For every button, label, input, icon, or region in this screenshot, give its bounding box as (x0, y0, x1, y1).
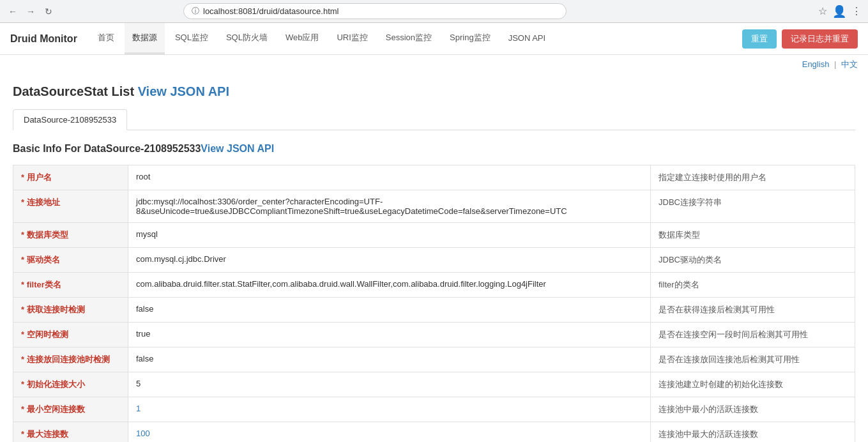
bookmark-icon[interactable]: ☆ (818, 5, 827, 17)
page-title-api-link[interactable]: View JSON API (138, 84, 229, 98)
menu-icon[interactable]: ⋮ (851, 5, 862, 17)
reset-button[interactable]: 重置 (742, 29, 777, 49)
row-value: root (128, 165, 651, 190)
reload-button[interactable]: ↻ (42, 5, 55, 18)
log-reset-button[interactable]: 记录日志并重置 (782, 29, 858, 49)
tab-datasource[interactable]: DataSource-2108952533 (13, 109, 127, 130)
row-desc: JDBC驱动的类名 (651, 248, 855, 273)
row-desc: filter的类名 (651, 273, 855, 298)
row-desc: 指定建立连接时使用的用户名 (651, 165, 855, 190)
row-desc: 连接池建立时创建的初始化连接数 (651, 372, 855, 397)
profile-icon[interactable]: 👤 (832, 4, 846, 19)
row-desc: 是否在连接放回连接池后检测其可用性 (651, 347, 855, 372)
table-row: * 用户名root指定建立连接时使用的用户名 (13, 165, 855, 190)
table-row: * 初始化连接大小5连接池建立时创建的初始化连接数 (13, 372, 855, 397)
table-row: * 空闲时检测true是否在连接空闲一段时间后检测其可用性 (13, 323, 855, 347)
nav-datasource[interactable]: 数据源 (125, 23, 165, 54)
row-key: * 最小空闲连接数 (13, 397, 128, 422)
row-desc: 是否在获得连接后检测其可用性 (651, 298, 855, 323)
table-row: * 最大连接数100连接池中最大的活跃连接数 (13, 422, 855, 443)
row-desc: 连接池中最小的活跃连接数 (651, 397, 855, 422)
row-value: com.mysql.cj.jdbc.Driver (128, 248, 651, 273)
back-button[interactable]: ← (6, 5, 19, 18)
row-value: com.alibaba.druid.filter.stat.StatFilter… (128, 273, 651, 298)
nav-actions: 重置 记录日志并重置 (742, 29, 858, 49)
table-row: * 驱动类名com.mysql.cj.jdbc.DriverJDBC驱动的类名 (13, 248, 855, 273)
table-row: * 获取连接时检测false是否在获得连接后检测其可用性 (13, 298, 855, 323)
row-desc: 是否在连接空闲一段时间后检测其可用性 (651, 323, 855, 347)
page-title-text: DataSourceStat List (13, 84, 134, 98)
row-key: * 最大连接数 (13, 422, 128, 443)
secure-icon: ⓘ (192, 6, 199, 17)
row-value: jdbc:mysql://localhost:3306/order_center… (128, 190, 651, 223)
section-api-link[interactable]: View JSON API (201, 143, 274, 154)
lang-bar: English | 中文 (0, 55, 868, 74)
app-navbar: Druid Monitor 首页 数据源 SQL监控 SQL防火墙 Web应用 … (0, 23, 868, 55)
nav-home[interactable]: 首页 (90, 23, 122, 54)
nav-web-app[interactable]: Web应用 (278, 23, 327, 54)
nav-uri-monitor[interactable]: URI监控 (329, 23, 375, 54)
row-value[interactable]: 1 (128, 397, 651, 422)
table-row: * filter类名com.alibaba.druid.filter.stat.… (13, 273, 855, 298)
table-row: * 连接放回连接池时检测false是否在连接放回连接池后检测其可用性 (13, 347, 855, 372)
row-desc: 连接池中最大的活跃连接数 (651, 422, 855, 443)
browser-chrome: ← → ↻ ⓘ localhost:8081/druid/datasource.… (0, 0, 868, 23)
nav-session-monitor[interactable]: Session监控 (378, 23, 439, 54)
info-table: * 用户名root指定建立连接时使用的用户名* 连接地址jdbc:mysql:/… (13, 165, 855, 442)
row-value: false (128, 298, 651, 323)
page-content: DataSourceStat List View JSON API DataSo… (0, 74, 868, 442)
row-key: * 获取连接时检测 (13, 298, 128, 323)
row-key: * 数据库类型 (13, 223, 128, 248)
lang-separator: | (834, 59, 836, 69)
section-heading: Basic Info For DataSource-2108952533View… (13, 143, 855, 155)
nav-spring-monitor[interactable]: Spring监控 (442, 23, 498, 54)
app-brand: Druid Monitor (10, 33, 77, 45)
row-desc: JDBC连接字符串 (651, 190, 855, 223)
address-bar: ⓘ localhost:8081/druid/datasource.html (183, 3, 567, 19)
row-value: true (128, 323, 651, 347)
row-key: * 用户名 (13, 165, 128, 190)
row-value: mysql (128, 223, 651, 248)
table-row: * 最小空闲连接数1连接池中最小的活跃连接数 (13, 397, 855, 422)
nav-json-api[interactable]: JSON API (501, 24, 554, 54)
lang-english[interactable]: English (802, 59, 830, 69)
row-key: * 连接地址 (13, 190, 128, 223)
row-value[interactable]: 100 (128, 422, 651, 443)
row-key: * filter类名 (13, 273, 128, 298)
row-key: * 初始化连接大小 (13, 372, 128, 397)
row-value: false (128, 347, 651, 372)
table-row: * 数据库类型mysql数据库类型 (13, 223, 855, 248)
page-title: DataSourceStat List View JSON API (13, 84, 855, 99)
row-value: 5 (128, 372, 651, 397)
table-row: * 连接地址jdbc:mysql://localhost:3306/order_… (13, 190, 855, 223)
row-key: * 连接放回连接池时检测 (13, 347, 128, 372)
lang-chinese[interactable]: 中文 (841, 59, 858, 69)
section-heading-text: Basic Info For DataSource-2108952533 (13, 143, 201, 154)
forward-button[interactable]: → (24, 5, 37, 18)
nav-sql-firewall[interactable]: SQL防火墙 (218, 23, 275, 54)
url-text: localhost:8081/druid/datasource.html (203, 6, 339, 16)
row-key: * 空闲时检测 (13, 323, 128, 347)
nav-sql-monitor[interactable]: SQL监控 (167, 23, 216, 54)
row-desc: 数据库类型 (651, 223, 855, 248)
tabs: DataSource-2108952533 (13, 109, 855, 130)
browser-actions: ☆ 👤 ⋮ (818, 4, 862, 19)
row-key: * 驱动类名 (13, 248, 128, 273)
